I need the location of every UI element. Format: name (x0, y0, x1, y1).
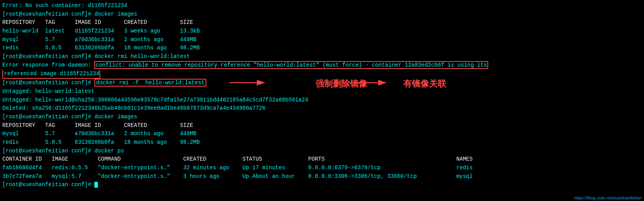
annotation-arrow1 (229, 78, 316, 90)
terminal: Error: No such container: d1165f221234 [… (0, 0, 644, 201)
terminal-line-15: mysql 5.7 a70d36bc331a 2 months ago 449M… (2, 130, 642, 138)
terminal-line-ps-header: CONTAINER ID IMAGE COMMAND CREATED STATU… (2, 155, 642, 164)
watermark: https://blog.csdn.net/xueshanfeitian (574, 196, 642, 200)
terminal-line-5: redis 5.0.5 63130206b0fa 18 months ago 9… (2, 44, 642, 53)
terminal-line-12: Deleted: sha256:d1165f2212346b2bab48cb01… (2, 104, 642, 113)
terminal-line-1: [root@xueshanfeitian conf]# docker image… (2, 10, 642, 19)
terminal-line-0: Error: No such container: d1165f221234 (2, 2, 642, 10)
annotation-group2: 有镜像关联 (355, 78, 446, 90)
annotation-arrow2 (355, 78, 402, 90)
terminal-line-header1: REPOSITORY TAG IMAGE ID CREATED SIZE (2, 18, 642, 27)
terminal-line-19: fab18688d4f4 redis:0.5.5 "docker-entrypo… (2, 164, 642, 172)
cmd-box-rmi: docker rmi -f hello-world:latest (94, 79, 206, 87)
terminal-line-header2: REPOSITORY TAG IMAGE ID CREATED SIZE (2, 121, 642, 130)
terminal-line-16: redis 5.0.5 63130206b0fa 18 months ago 9… (2, 138, 642, 147)
terminal-line-17: [root@xueshanfeitian conf]# docker ps (2, 147, 642, 156)
terminal-line-9: [root@xueshanfeitian conf]# docker rmi -… (2, 79, 206, 87)
terminal-cursor (94, 182, 98, 188)
annotation-group: 强制删除镜像 (229, 78, 367, 90)
terminal-line-20: 3b7c72faea7a mysql:5.7 "docker-entrypoin… (2, 172, 642, 181)
error-box-content: conflict: unable to remove repository re… (94, 61, 488, 69)
terminal-line-11: Untagged: hello-world@sha256:308866a4359… (2, 96, 642, 105)
terminal-line-4: mysql 5.7 a70d36bc331a 2 months ago 449M… (2, 36, 642, 44)
cmd-annotation-row: [root@xueshanfeitian conf]# docker rmi -… (2, 79, 642, 87)
terminal-line-6: [root@xueshanfeitian conf]# docker rmi h… (2, 53, 642, 61)
annotation-image-link: 有镜像关联 (403, 78, 446, 90)
terminal-line-7: Error response from daemon: conflict: un… (2, 61, 642, 70)
terminal-line-13: [root@xueshanfeitian conf]# docker image… (2, 113, 642, 121)
terminal-line-8: referenced image d1165f221234 (2, 70, 100, 79)
terminal-line-21: [root@xueshanfeitian conf]# (2, 181, 642, 189)
terminal-line-3: hello-world latest d1165f221234 3 weeks … (2, 27, 642, 36)
